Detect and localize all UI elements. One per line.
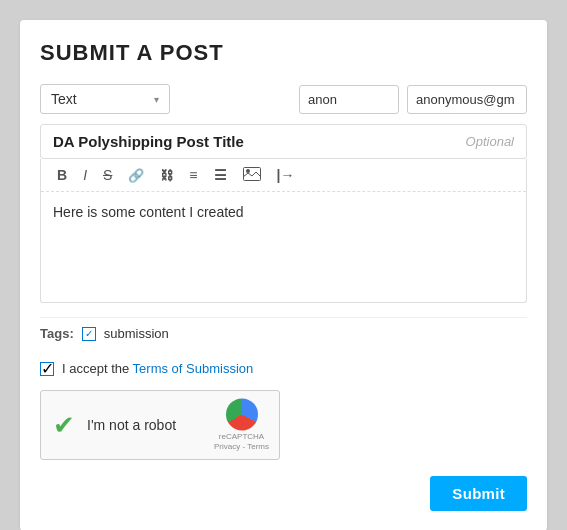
unordered-list-button[interactable]: ☰: [210, 166, 231, 184]
post-title: DA Polyshipping Post Title: [53, 133, 244, 150]
ordered-list-button[interactable]: ≡: [185, 166, 201, 184]
recaptcha-logo-circle: [226, 398, 258, 430]
recaptcha-brand: reCAPTCHA: [214, 432, 269, 442]
italic-button[interactable]: I: [79, 166, 91, 184]
check-icon: ✓: [85, 328, 93, 339]
terms-row: ✓ I accept the Terms of Submission: [40, 361, 527, 376]
terms-checkbox[interactable]: ✓: [40, 362, 54, 376]
terms-text: I accept the Terms of Submission: [62, 361, 253, 376]
content-area[interactable]: Here is some content I created: [41, 192, 526, 302]
recaptcha-label: I'm not a robot: [87, 417, 176, 433]
recaptcha-check-icon: ✔: [53, 410, 75, 441]
post-title-row: DA Polyshipping Post Title Optional: [40, 124, 527, 159]
strikethrough-button[interactable]: S: [99, 166, 116, 184]
recaptcha-sub: Privacy - Terms: [214, 442, 269, 452]
email-input[interactable]: [407, 85, 527, 114]
submit-post-card: SUBMIT A POST Text ▾ DA Polyshipping Pos…: [20, 20, 547, 530]
terms-link[interactable]: Terms of Submission: [133, 361, 254, 376]
optional-label: Optional: [466, 134, 514, 149]
chevron-down-icon: ▾: [154, 94, 159, 105]
link-button[interactable]: 🔗: [124, 167, 148, 184]
unlink-button[interactable]: ⛓: [156, 167, 177, 184]
tags-label: Tags:: [40, 326, 74, 341]
page-title: SUBMIT A POST: [40, 40, 527, 66]
bold-button[interactable]: B: [53, 166, 71, 184]
embed-button[interactable]: |→: [273, 166, 299, 184]
submission-tag-checkbox[interactable]: ✓: [82, 327, 96, 341]
terms-text-before: I accept the: [62, 361, 133, 376]
type-select[interactable]: Text ▾: [40, 84, 170, 114]
name-input[interactable]: [299, 85, 399, 114]
recaptcha-logo: reCAPTCHA Privacy - Terms: [214, 398, 269, 451]
top-row: Text ▾: [40, 84, 527, 114]
bottom-row: Submit: [40, 476, 527, 511]
check-icon: ✓: [41, 359, 54, 378]
editor-container: B I S 🔗 ⛓ ≡ ☰ |→ Here is some content I …: [40, 159, 527, 303]
tags-row: Tags: ✓ submission: [40, 317, 527, 351]
submit-button[interactable]: Submit: [430, 476, 527, 511]
type-select-label: Text: [51, 91, 77, 107]
toolbar: B I S 🔗 ⛓ ≡ ☰ |→: [41, 159, 526, 192]
recaptcha-box[interactable]: ✔ I'm not a robot reCAPTCHA Privacy - Te…: [40, 390, 280, 460]
image-button[interactable]: [239, 165, 265, 185]
submission-tag-label: submission: [104, 326, 169, 341]
